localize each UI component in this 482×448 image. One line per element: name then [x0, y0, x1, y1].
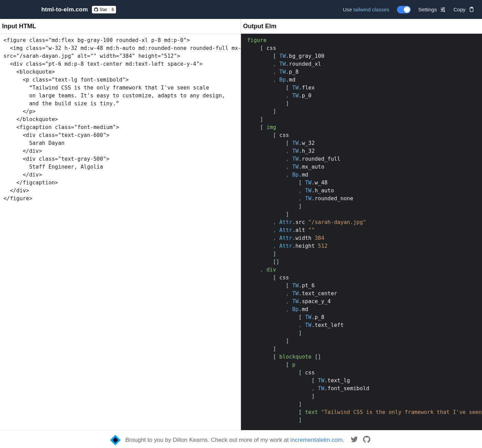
github-star-badge[interactable]: Star 6 — [92, 6, 116, 13]
output-elm-code: figure [ css [ TW.bg_gray_100 , TW.round… — [241, 34, 482, 429]
output-pane-title: Output Elm — [241, 19, 482, 34]
settings-button[interactable]: Settings — [418, 7, 446, 13]
footer: Brought to you by Dillon Kearns. Check o… — [0, 430, 482, 448]
sliders-icon — [440, 7, 446, 13]
incremental-elm-link[interactable]: incrementalelm.com — [290, 437, 343, 443]
svg-point-0 — [443, 8, 444, 9]
tailwind-toggle-label: Use tailwind classes — [343, 7, 389, 12]
site-logo: html-to-elm.com — [41, 6, 88, 13]
input-pane: Input HTML — [0, 19, 241, 430]
svg-point-2 — [444, 11, 445, 12]
tailwind-toggle[interactable] — [397, 6, 411, 13]
github-icon — [363, 436, 370, 443]
github-icon — [94, 8, 98, 12]
output-pane: Output Elm figure [ css [ TW.bg_gray_100… — [241, 19, 482, 430]
svg-point-1 — [442, 9, 443, 10]
input-html-textarea[interactable] — [0, 34, 241, 429]
twitter-link[interactable] — [350, 436, 358, 445]
copy-button[interactable]: Copy — [453, 7, 474, 13]
topbar: html-to-elm.com Star 6 Use tailwind clas… — [0, 0, 482, 19]
github-star-count: 6 — [109, 7, 116, 12]
panes: Input HTML Output Elm figure [ css [ TW.… — [0, 19, 482, 430]
github-link[interactable] — [363, 436, 370, 445]
twitter-icon — [350, 436, 358, 443]
clipboard-icon — [468, 7, 474, 13]
input-pane-title: Input HTML — [0, 19, 241, 34]
footer-text: Brought to you by Dillon Kearns. Check o… — [125, 437, 344, 444]
github-star-label: Star — [99, 7, 107, 12]
output-scroll[interactable]: figure [ css [ TW.bg_gray_100 , TW.round… — [241, 34, 482, 429]
incremental-elm-logo-icon — [110, 435, 120, 445]
